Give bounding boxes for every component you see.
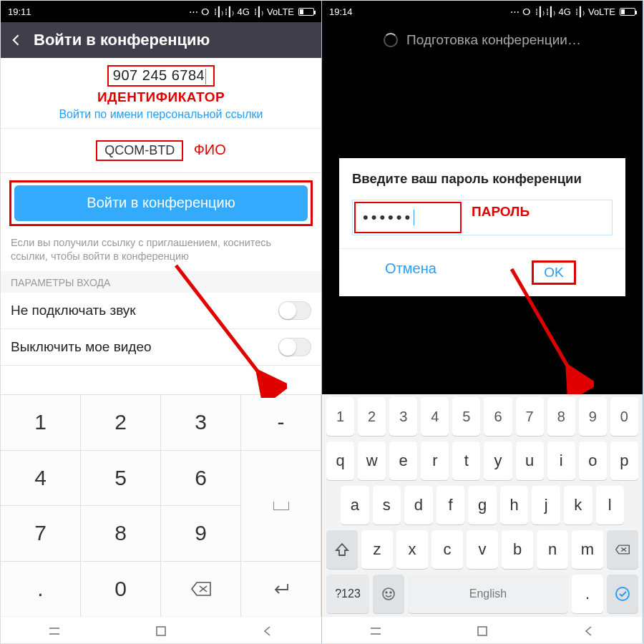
key-shift[interactable] [326, 530, 358, 569]
android-navbar [1, 616, 321, 644]
signal-icon-2: ⁞┃₎ [254, 6, 263, 17]
key-3[interactable]: 3 [161, 394, 241, 450]
key-e[interactable]: e [389, 441, 417, 480]
key-i[interactable]: i [547, 441, 575, 480]
key-6[interactable]: 6 [161, 450, 241, 506]
key-7[interactable]: 7 [516, 397, 544, 436]
key-2[interactable]: 2 [81, 394, 161, 450]
key-a[interactable]: a [341, 486, 369, 525]
key-n[interactable]: n [537, 530, 568, 569]
key-0[interactable]: 0 [610, 397, 638, 436]
key-3[interactable]: 3 [389, 397, 417, 436]
key-4[interactable]: 4 [1, 450, 81, 506]
key-s[interactable]: s [373, 486, 401, 525]
phone-password-screen: 19:14 ⋯ ⵔ ⁞┃₎ ⁞┃₎ 4G ⁞┃₎ VoLTE Подготовк… [322, 1, 643, 644]
key-x[interactable]: x [396, 530, 428, 569]
key-1[interactable]: 1 [1, 394, 81, 450]
cancel-button[interactable]: Отмена [339, 249, 482, 296]
key-b[interactable]: b [502, 530, 533, 569]
key-m[interactable]: m [572, 530, 603, 569]
dialog-title: Введите ваш пароль конференции [352, 171, 613, 187]
key-z[interactable]: z [361, 530, 393, 569]
ok-button[interactable]: OK [532, 260, 575, 285]
toggle-audio[interactable] [278, 301, 311, 320]
password-input[interactable]: •••••• [354, 202, 462, 233]
key-0[interactable]: 0 [81, 561, 161, 617]
key-u[interactable]: u [516, 441, 544, 480]
status-bar-right: 19:14 ⋯ ⵔ ⁞┃₎ ⁞┃₎ 4G ⁞┃₎ VoLTE [322, 1, 643, 22]
svg-rect-5 [157, 627, 165, 635]
key-8[interactable]: 8 [81, 505, 161, 561]
toggle-video[interactable] [278, 338, 311, 356]
svg-point-11 [390, 592, 391, 593]
personal-link[interactable]: Войти по имени персональной ссылки [1, 105, 321, 128]
meeting-id-input[interactable]: 907 245 6784 [107, 65, 215, 87]
wifi-icon: ⋯ ⵔ [189, 6, 210, 17]
key-backspace[interactable] [607, 530, 638, 569]
key-q[interactable]: q [326, 441, 354, 480]
key-8[interactable]: 8 [547, 397, 575, 436]
status-time: 19:14 [329, 6, 353, 17]
nav-recents-icon[interactable] [47, 624, 62, 638]
display-name-input[interactable]: QCOM-BTD [96, 140, 183, 161]
numeric-keypad: 1 2 3 - 4 5 6 7 8 9 . 0 [1, 394, 321, 616]
key-c[interactable]: c [431, 530, 463, 569]
key-g[interactable]: g [468, 486, 497, 525]
key-5[interactable]: 5 [81, 450, 161, 506]
key-backspace[interactable] [161, 561, 241, 617]
network-label: 4G [559, 6, 571, 17]
key-2[interactable]: 2 [358, 397, 386, 436]
key-v[interactable]: v [467, 530, 498, 569]
network-label: 4G [238, 6, 250, 17]
key-enter[interactable] [241, 561, 321, 617]
back-icon[interactable] [9, 33, 24, 47]
android-navbar [322, 616, 643, 644]
preparing-label: Подготовка конференции… [322, 22, 643, 58]
nav-back-icon[interactable] [260, 624, 275, 638]
key-h[interactable]: h [500, 486, 529, 525]
key-k[interactable]: k [564, 486, 592, 525]
preparing-body: Подготовка конференции… Введите ваш паро… [322, 22, 643, 394]
key-dot[interactable]: . [1, 561, 81, 617]
annotation-name: ФИО [194, 142, 226, 157]
nav-back-icon[interactable] [582, 624, 596, 638]
key-j[interactable]: j [532, 486, 560, 525]
app-header: Войти в конференцию [1, 22, 321, 58]
key-p[interactable]: p [610, 441, 638, 480]
key-o[interactable]: o [579, 441, 607, 480]
nav-home-icon[interactable] [154, 624, 168, 638]
key-space[interactable]: English [408, 575, 568, 613]
key-1[interactable]: 1 [326, 397, 354, 436]
key-6[interactable]: 6 [484, 397, 512, 436]
key-enter[interactable] [607, 575, 638, 613]
key-5[interactable]: 5 [452, 397, 480, 436]
nav-home-icon[interactable] [475, 624, 489, 638]
key-9[interactable]: 9 [161, 505, 241, 561]
key-9[interactable]: 9 [579, 397, 607, 436]
volte-label: VoLTE [267, 6, 294, 17]
key-d[interactable]: d [404, 486, 433, 525]
key-l[interactable]: l [596, 486, 625, 525]
option-no-video[interactable]: Выключить мое видео [1, 329, 321, 366]
signal-icon: ⁞┃₎ ⁞┃₎ [214, 6, 233, 17]
key-emoji[interactable] [373, 575, 404, 613]
key-space[interactable] [241, 450, 321, 561]
key-4[interactable]: 4 [421, 397, 449, 436]
wifi-icon: ⋯ ⵔ [510, 6, 531, 17]
key-w[interactable]: w [358, 441, 386, 480]
key-symbols[interactable]: ?123 [326, 575, 369, 613]
join-button[interactable]: Войти в конференцию [14, 185, 308, 221]
key-dash[interactable]: - [241, 394, 321, 450]
join-button-highlight: Войти в конференцию [9, 180, 313, 226]
nav-recents-icon[interactable] [369, 624, 383, 638]
key-r[interactable]: r [421, 441, 449, 480]
key-f[interactable]: f [436, 486, 465, 525]
key-y[interactable]: y [484, 441, 512, 480]
key-.[interactable]: . [572, 575, 603, 613]
key-t[interactable]: t [452, 441, 480, 480]
volte-label: VoLTE [588, 6, 615, 17]
key-7[interactable]: 7 [1, 505, 81, 561]
svg-point-10 [386, 592, 387, 593]
password-dialog: Введите ваш пароль конференции •••••• ПА… [339, 158, 625, 296]
option-no-audio[interactable]: Не подключать звук [1, 293, 321, 329]
